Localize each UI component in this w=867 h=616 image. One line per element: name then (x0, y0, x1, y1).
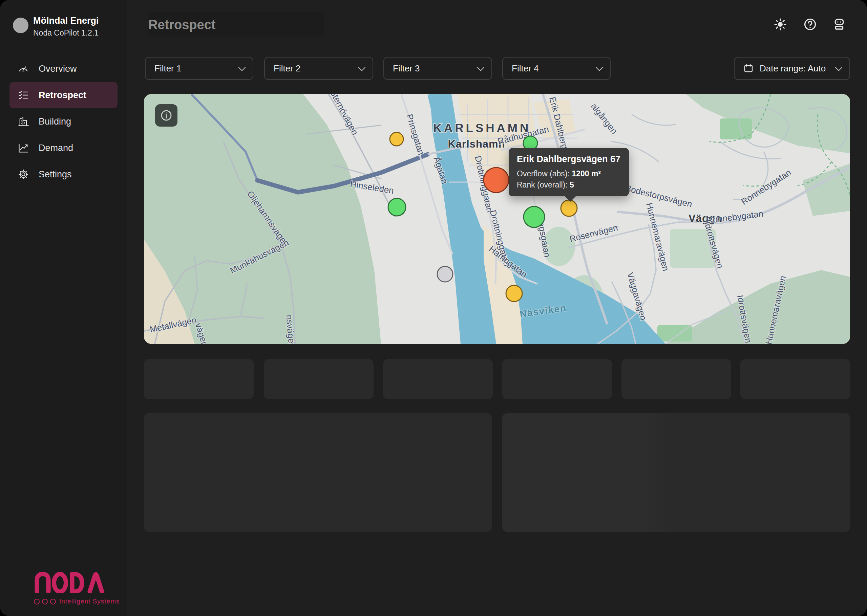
summary-card-placeholder (622, 359, 731, 399)
chart-panel-placeholder-right (502, 413, 850, 532)
trend-chart-icon (17, 142, 29, 154)
noda-tagline: Intelligent Systems (34, 598, 120, 605)
map-tooltip: Erik Dahlbergsvägen 67 Overflow (abs): 1… (509, 148, 629, 196)
filter-4-dropdown[interactable]: Filter 4 (502, 57, 611, 80)
page-title: Retrospect (148, 17, 216, 32)
sidebar-item-overview[interactable]: Overview (9, 55, 118, 82)
map-street-label: Karlshamn (448, 138, 505, 150)
map-marker-green[interactable] (524, 206, 544, 228)
product-version: Noda CoPilot 1.2.1 (33, 28, 99, 38)
sidebar-item-settings[interactable]: Settings (9, 161, 118, 187)
summary-card-placeholder (144, 359, 254, 399)
top-bar: Retrospect (127, 0, 867, 49)
org-avatar (13, 17, 28, 33)
user-icon[interactable] (832, 17, 847, 32)
chart-panel-placeholder-left (144, 413, 492, 532)
filter-2-dropdown[interactable]: Filter 2 (264, 57, 373, 80)
chevron-down-icon (238, 64, 245, 71)
sidebar-item-label: Overview (39, 64, 77, 74)
sidebar-item-label: Settings (39, 169, 72, 180)
help-icon[interactable] (802, 17, 818, 32)
map-marker-red[interactable] (484, 168, 509, 193)
gauge-icon (17, 63, 29, 74)
date-range-dropdown[interactable]: Date range: Auto (734, 57, 850, 80)
chevron-down-icon (477, 64, 484, 71)
tooltip-row: Rank (overall): 5 (517, 181, 621, 190)
map-info-button[interactable] (155, 104, 178, 127)
summary-card-placeholder (383, 359, 493, 399)
filter-3-label: Filter 3 (393, 63, 420, 74)
tooltip-row: Overflow (abs): 1200 m³ (517, 169, 621, 178)
list-checks-icon (17, 90, 29, 101)
sidebar-nav: Overview Retrospect Building Demand (0, 55, 127, 187)
map-canvas[interactable]: KARLSHAMNKarlshamnVäggaNäsvikenSternöväg… (144, 94, 850, 344)
filter-3-dropdown[interactable]: Filter 3 (383, 57, 492, 80)
tooltip-title: Erik Dahlbergsvägen 67 (517, 154, 621, 165)
sidebar-header: Mölndal Energi Noda CoPilot 1.2.1 (0, 0, 127, 51)
sidebar-item-retrospect[interactable]: Retrospect (9, 82, 118, 108)
map-graphic: KARLSHAMNKarlshamnVäggaNäsvikenSternöväg… (144, 94, 850, 344)
chevron-down-icon (835, 64, 842, 71)
map-marker-yellow[interactable] (390, 132, 403, 146)
app-window: Mölndal Energi Noda CoPilot 1.2.1 Overvi… (0, 0, 867, 616)
summary-card-placeholder (502, 359, 612, 399)
noda-dots-icon (34, 599, 56, 605)
noda-wordmark-icon (34, 571, 105, 593)
building-icon (17, 116, 29, 127)
filter-4-label: Filter 4 (512, 63, 538, 74)
map-marker-yellow[interactable] (561, 200, 577, 216)
map-marker-green[interactable] (388, 198, 406, 216)
noda-tagline-text: Intelligent Systems (59, 598, 120, 605)
gear-icon (17, 168, 29, 180)
sidebar-item-building[interactable]: Building (9, 108, 118, 135)
filter-2-label: Filter 2 (274, 63, 301, 74)
filter-1-label: Filter 1 (154, 63, 181, 74)
sidebar: Mölndal Energi Noda CoPilot 1.2.1 Overvi… (0, 0, 127, 616)
map-marker-gray[interactable] (437, 266, 453, 282)
org-name: Mölndal Energi (33, 16, 99, 26)
date-range-label: Date range: Auto (760, 63, 826, 74)
sidebar-item-label: Retrospect (39, 90, 87, 101)
theme-sun-icon[interactable] (773, 17, 788, 32)
summary-card-placeholder (264, 359, 374, 399)
map-marker-yellow[interactable] (506, 285, 522, 302)
sidebar-item-label: Demand (39, 143, 73, 153)
chevron-down-icon (596, 64, 603, 71)
summary-card-placeholder (740, 359, 850, 399)
sidebar-item-demand[interactable]: Demand (9, 135, 118, 161)
noda-logo: Intelligent Systems (34, 571, 120, 605)
sidebar-item-label: Building (39, 116, 71, 127)
calendar-icon (743, 63, 754, 74)
filter-1-dropdown[interactable]: Filter 1 (145, 57, 253, 80)
chevron-down-icon (358, 64, 365, 71)
